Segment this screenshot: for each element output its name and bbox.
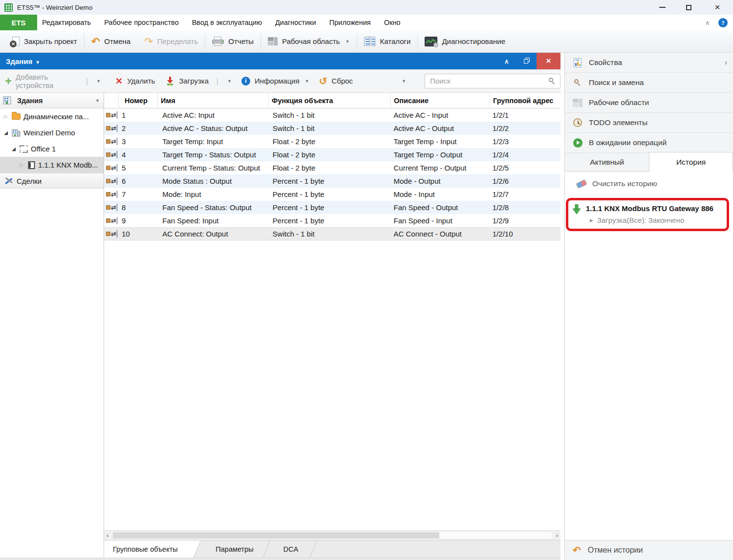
- panel-collapse-icon[interactable]: ∧: [504, 58, 509, 65]
- chevron-down-icon[interactable]: ▼: [305, 79, 309, 84]
- object-toolbar: + Добавить устройства | ▼ ✕ Удалить Загр…: [0, 69, 561, 93]
- table-row[interactable]: ⇄ 3 Target Temp: Input Float - 2 byte Ta…: [104, 135, 561, 148]
- table-row[interactable]: ⇄ 2 Active AC - Status: Output Switch - …: [104, 122, 561, 135]
- close-project-button[interactable]: ✕ Закрыть проект: [4, 30, 84, 52]
- add-devices-button[interactable]: + Добавить устройства | ▼: [5, 73, 101, 89]
- folder-icon: [12, 113, 21, 120]
- sidebar-item-find-replace[interactable]: Поиск и замена: [565, 73, 733, 93]
- horizontal-scrollbar[interactable]: ‹ ›: [104, 530, 561, 540]
- diagnostics-button[interactable]: Диагностирование: [418, 30, 512, 52]
- table-row-selected[interactable]: ⇄ 10 AC Connect: Output Switch - 1 bit A…: [104, 227, 561, 240]
- close-project-icon: ✕: [11, 37, 20, 46]
- gear-icon: [433, 43, 438, 47]
- group-object-icon: ⇄: [104, 204, 120, 211]
- workspace-button[interactable]: Рабочая область ▼: [261, 30, 356, 52]
- column-header-name[interactable]: Имя: [158, 93, 269, 108]
- menu-commissioning[interactable]: Ввод в эксплуатацию: [192, 15, 262, 30]
- group-object-icon: ⇄: [104, 217, 120, 224]
- separator: |: [216, 77, 218, 85]
- info-button[interactable]: i Информация ▼: [241, 77, 309, 86]
- download-icon: [166, 76, 174, 86]
- scroll-right-icon[interactable]: ›: [556, 532, 558, 539]
- scroll-left-icon[interactable]: ‹: [107, 532, 108, 539]
- search-icon[interactable]: [548, 77, 556, 85]
- tab-active-operations[interactable]: Активный: [565, 153, 649, 172]
- delete-button[interactable]: ✕ Удалить: [115, 77, 155, 86]
- window-title: ETS5™ - Weinzierl Demo: [17, 4, 92, 11]
- sidebar-item-todo[interactable]: TODO элементы: [565, 113, 733, 133]
- panel-restore-icon[interactable]: [524, 58, 530, 64]
- reports-button[interactable]: Отчеты: [205, 30, 260, 52]
- column-header-group-address[interactable]: Групповой адрес: [490, 93, 561, 108]
- tree-item-weinzierl-demo[interactable]: ◢ Weinzierl Demo: [0, 125, 104, 141]
- sidebar-item-workspaces[interactable]: Рабочие области: [565, 93, 733, 113]
- close-icon: ×: [714, 2, 720, 13]
- chevron-down-icon[interactable]: ▼: [95, 98, 100, 103]
- column-header-number[interactable]: Номер: [119, 93, 158, 108]
- reset-button[interactable]: ↺ Сброс: [319, 76, 353, 86]
- tab-group-objects[interactable]: Групповые объекты: [104, 540, 201, 558]
- history-entry-status[interactable]: ▶ Загрузка(Все): Закончено: [590, 216, 684, 224]
- tree-header[interactable]: Здания ▼: [0, 93, 104, 108]
- panel-close-button[interactable]: ×: [537, 53, 561, 69]
- buildings-panel-header: Здания▼ ∧ ×: [0, 53, 561, 69]
- column-header-icon[interactable]: [104, 93, 119, 108]
- column-header-description[interactable]: Описание: [391, 93, 490, 108]
- menu-apps[interactable]: Приложения: [329, 15, 371, 30]
- expander-icon[interactable]: ▶: [590, 218, 593, 223]
- download-success-icon: [572, 204, 582, 215]
- catalogs-icon: [364, 37, 376, 46]
- tab-dca[interactable]: DCA: [276, 540, 305, 558]
- undo-history-button[interactable]: ↶ Отмен истории: [565, 540, 733, 560]
- scrollbar-thumb[interactable]: [113, 532, 439, 538]
- group-object-icon: ⇄: [104, 125, 120, 132]
- collapse-ribbon-icon[interactable]: ∧: [705, 15, 710, 30]
- catalogs-button[interactable]: Каталоги: [357, 30, 418, 52]
- tab-parameters[interactable]: Параметры: [208, 540, 261, 558]
- download-button[interactable]: Загрузка | ▼: [166, 76, 232, 86]
- tree-item-office-1[interactable]: ◢ Office 1: [0, 141, 104, 157]
- menu-edit[interactable]: Редактировать: [42, 15, 91, 30]
- table-row[interactable]: ⇄ 6 Mode Status : Output Percent - 1 byt…: [104, 174, 561, 188]
- close-window-button[interactable]: ×: [704, 0, 731, 15]
- panel-title[interactable]: Здания▼: [6, 57, 40, 65]
- tab-divider: [310, 540, 317, 558]
- tab-history[interactable]: История: [649, 152, 733, 172]
- column-header-function[interactable]: Функция объекта: [269, 93, 391, 108]
- ets-menu-button[interactable]: ETS: [0, 15, 37, 30]
- search-icon: [574, 79, 582, 86]
- sidebar-item-properties[interactable]: Свойства ›: [565, 53, 733, 73]
- expander-collapsed-icon[interactable]: ▷: [3, 114, 9, 119]
- printer-icon: [212, 37, 224, 46]
- chevron-down-icon[interactable]: ▼: [96, 79, 101, 84]
- clear-history-button[interactable]: Очистить историю: [577, 179, 657, 188]
- main-toolbar: ✕ Закрыть проект ↶ Отмена ↷ Переделать О…: [0, 30, 733, 53]
- chevron-down-icon[interactable]: ▼: [402, 79, 406, 84]
- minimize-button[interactable]: [651, 0, 673, 15]
- menu-window[interactable]: Окно: [384, 15, 401, 30]
- expander-expanded-icon[interactable]: ◢: [11, 146, 17, 151]
- maximize-icon: [686, 5, 691, 10]
- history-entry[interactable]: 1.1.1 KNX Modbus RTU Gateway 886 ▶ Загру…: [568, 200, 727, 229]
- tree-section-deals[interactable]: Сделки: [0, 173, 104, 189]
- table-row[interactable]: ⇄ 9 Fan Speed: Input Percent - 1 byte Fa…: [104, 214, 561, 227]
- chevron-down-icon[interactable]: ▼: [227, 79, 232, 84]
- undo-button[interactable]: ↶ Отмена: [85, 30, 137, 52]
- table-row[interactable]: ⇄ 1 Active AC: Input Switch - 1 bit Acti…: [104, 108, 561, 122]
- redo-button[interactable]: ↷ Переделать: [137, 30, 205, 52]
- search-input[interactable]: [425, 74, 561, 88]
- menu-diagnostics[interactable]: Диагностики: [275, 15, 316, 30]
- table-row[interactable]: ⇄ 8 Fan Speed - Status: Output Percent -…: [104, 201, 561, 214]
- tree-item-dynamic-folders[interactable]: ▷ Динамические па...: [0, 108, 104, 125]
- expander-collapsed-icon[interactable]: ▷: [19, 162, 24, 168]
- tree-item-knx-gateway[interactable]: ▷ 1.1.1 KNX Modb...: [0, 157, 104, 173]
- expander-expanded-icon[interactable]: ◢: [3, 130, 9, 135]
- table-row[interactable]: ⇄ 5 Current Temp - Status: Output Float …: [104, 161, 561, 174]
- menu-workspace[interactable]: Рабочее пространство: [104, 15, 179, 30]
- table-row[interactable]: ⇄ 7 Mode: Input Percent - 1 byte Mode - …: [104, 188, 561, 201]
- maximize-button[interactable]: [677, 0, 700, 15]
- redo-icon: ↷: [144, 36, 153, 46]
- help-icon[interactable]: ?: [718, 18, 728, 27]
- sidebar-item-pending-operations[interactable]: В ожидании операций: [565, 133, 733, 153]
- table-row[interactable]: ⇄ 4 Target Temp - Status: Output Float -…: [104, 148, 561, 161]
